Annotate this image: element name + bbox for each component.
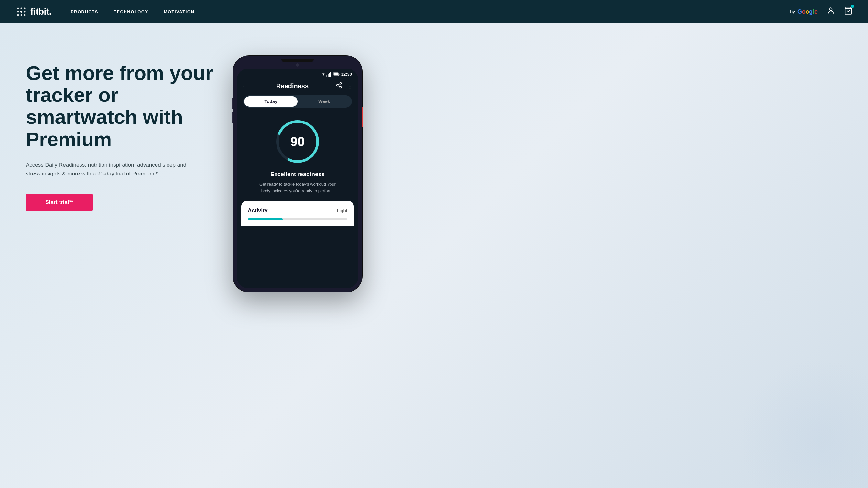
phone-notch [281,60,314,62]
cart-badge [851,5,854,8]
activity-progress-bar-bg [248,219,347,220]
nav-link-motivation[interactable]: MOTIVATION [164,9,195,14]
nav-links: PRODUCTS TECHNOLOGY MOTIVATION [71,9,790,14]
hero-section: Get more from your tracker or smartwatch… [0,23,868,488]
svg-point-2 [24,8,26,9]
phone-vol-up [231,98,233,109]
nav-logo[interactable]: fitbit. [16,6,52,18]
svg-point-1 [21,8,22,9]
logo-text: fitbit. [30,6,52,17]
app-screen-title: Readiness [249,83,336,90]
cart-icon[interactable] [844,6,852,17]
score-number: 90 [290,134,305,149]
battery-icon [333,72,340,76]
svg-point-0 [18,8,19,9]
svg-rect-11 [326,75,327,76]
svg-point-8 [24,14,26,16]
back-button[interactable]: ← [242,82,249,90]
hero-bg-decoration [739,359,868,488]
fitbit-logo-icon [16,6,27,18]
phone-frame: ▾ 12:30 [233,56,362,292]
account-icon[interactable] [827,6,835,17]
phone-power-button [362,107,364,127]
navbar: fitbit. PRODUCTS TECHNOLOGY MOTIVATION b… [0,0,868,23]
svg-point-4 [20,11,22,12]
phone-camera [296,63,299,67]
wifi-icon: ▾ [322,72,325,76]
svg-point-5 [24,11,26,12]
phone-camera-row [237,63,358,67]
activity-label: Activity [248,207,268,214]
svg-point-7 [21,14,22,16]
nav-link-technology[interactable]: TECHNOLOGY [114,9,149,14]
phone-screen: ▾ 12:30 [237,68,358,288]
status-icons: ▾ 12:30 [322,72,352,76]
nav-right: by Google [790,6,852,17]
svg-point-3 [18,11,19,12]
tab-today[interactable]: Today [244,96,298,107]
tab-week[interactable]: Week [298,96,351,107]
readiness-score-section: 90 Excellent readiness Get ready to tack… [237,114,358,201]
more-options-icon[interactable]: ⋮ [347,82,353,90]
hero-title: Get more from your tracker or smartwatch… [26,62,220,150]
activity-card: Activity Light [241,201,354,226]
svg-point-9 [830,8,832,11]
svg-point-6 [18,14,19,16]
phone-notch-bar [237,60,358,62]
svg-point-18 [340,83,342,84]
svg-rect-17 [334,73,338,75]
svg-rect-13 [329,73,330,76]
share-icon[interactable] [336,82,342,90]
score-description: Get ready to tackle today's workout! You… [255,181,340,195]
cta-button[interactable]: Start trial** [26,194,93,211]
svg-rect-12 [328,74,329,76]
phone-mockup: ▾ 12:30 [220,49,375,292]
by-google-label: by Google [790,8,817,15]
status-time: 12:30 [341,72,352,76]
google-text: Google [798,8,817,15]
svg-point-20 [340,86,342,88]
svg-line-21 [338,86,340,87]
hero-content: Get more from your tracker or smartwatch… [26,49,220,211]
svg-rect-14 [330,72,331,76]
nav-link-products[interactable]: PRODUCTS [71,9,98,14]
svg-point-19 [337,84,338,86]
score-title: Excellent readiness [270,171,325,178]
svg-line-22 [338,84,340,85]
activity-status: Light [337,208,347,213]
activity-progress-bar-fill [248,219,283,220]
svg-rect-16 [339,74,339,75]
app-header: ← Readiness ⋮ [237,78,358,95]
app-tabs: Today Week [243,95,352,108]
hero-subtitle: Access Daily Readiness, nutrition inspir… [26,161,188,178]
phone-vol-down [231,112,233,124]
activity-header-row: Activity Light [248,207,347,214]
status-bar: ▾ 12:30 [237,68,358,78]
score-circle: 90 [273,117,322,166]
signal-icon [326,72,332,76]
